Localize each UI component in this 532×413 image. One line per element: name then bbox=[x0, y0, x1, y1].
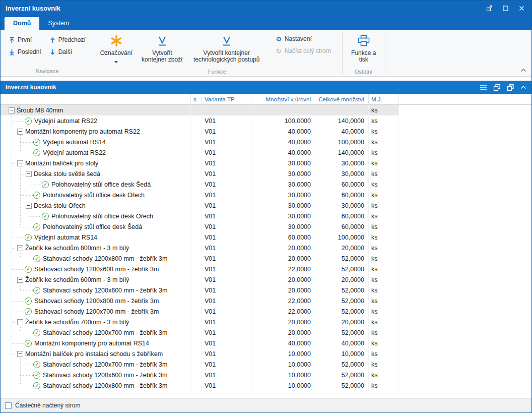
table-row[interactable]: Deska stolu OřechV0130,000030,0000ks bbox=[1, 200, 531, 211]
next-button[interactable]: Další bbox=[46, 46, 89, 57]
table-row[interactable]: Montážní balíček pro instalaci schodu s … bbox=[1, 348, 531, 359]
item-label: Polohovatelný stůl office desk Ořech bbox=[42, 192, 145, 199]
collapse-node-icon[interactable] bbox=[17, 351, 23, 357]
table-row[interactable]: ✓Stahovací schody 1200x800 mm - žebřík 3… bbox=[1, 380, 531, 391]
cell-mj: ks bbox=[369, 306, 399, 317]
table-row[interactable]: Žebřík ke schodům 700mm - 3 m bílýV0120,… bbox=[1, 317, 531, 327]
cell-qty-level: 30,0000 bbox=[252, 221, 315, 232]
collapse-node-icon[interactable] bbox=[26, 203, 32, 209]
table-row[interactable]: ✓Stahovací schody 1200x600 mm - žebřík 3… bbox=[1, 264, 531, 274]
maximize-icon[interactable] bbox=[498, 3, 512, 14]
tree-indent-slot bbox=[8, 221, 16, 232]
cell-blank bbox=[237, 274, 252, 285]
menu-icon[interactable] bbox=[480, 84, 487, 90]
tree-indent-slot bbox=[16, 264, 25, 274]
collapse-node-icon[interactable] bbox=[17, 129, 23, 135]
cell-blank bbox=[237, 348, 252, 359]
column-header-filler bbox=[399, 94, 531, 104]
table-row[interactable]: ✓Montážní komponenty pro automat RS14V01… bbox=[1, 338, 531, 348]
collapse-ribbon-icon[interactable] bbox=[520, 65, 526, 74]
collapse-node-icon[interactable] bbox=[9, 107, 15, 113]
table-row[interactable]: ✓Výdejní automat RS14V0160,0000100,0000k… bbox=[1, 232, 531, 243]
tree-indent-slot bbox=[8, 306, 16, 317]
load-full-tree-label: Načíst celý strom bbox=[285, 47, 331, 54]
previous-button[interactable]: Předchozí bbox=[46, 34, 89, 45]
table-row[interactable]: ✓Stahovací schody 1200x600 mm - žebřík 3… bbox=[1, 285, 531, 296]
first-button[interactable]: První bbox=[6, 34, 44, 45]
table-row[interactable]: Žebřík ke schodům 800mm - 3 m bílýV0120,… bbox=[1, 243, 531, 253]
cell-qty-total: 40,0000 bbox=[315, 126, 369, 137]
cell-mj: ks bbox=[369, 221, 399, 232]
table-row[interactable]: Montážní balíček pro stolyV0130,000030,0… bbox=[1, 158, 531, 168]
tab-system[interactable]: Systém bbox=[39, 17, 78, 30]
cell-tree: ✓Stahovací schody 1200x600 mm - žebřík 3… bbox=[1, 285, 191, 296]
collapse-node-icon[interactable] bbox=[17, 160, 23, 166]
column-header-blank[interactable] bbox=[237, 94, 252, 104]
partial-tree-checkbox[interactable] bbox=[5, 402, 12, 409]
cell-s bbox=[191, 296, 202, 306]
create-tech-container-button[interactable]: Vytvořit kontejner technologických postu… bbox=[188, 32, 265, 69]
cell-qty-level: 10,0000 bbox=[252, 359, 315, 370]
table-row[interactable]: Montážní komponenty pro automat RS22V014… bbox=[1, 126, 531, 137]
last-button[interactable]: Poslední bbox=[6, 46, 44, 57]
table-row[interactable]: ✓Stahovací schody 1200x800 mm - žebřík 3… bbox=[1, 253, 531, 264]
collapse-node-icon[interactable] bbox=[17, 245, 23, 251]
collapse-panel-icon[interactable] bbox=[520, 85, 526, 89]
column-header-qty-total[interactable]: Celkové množství bbox=[315, 94, 369, 104]
settings-label: Nastavení bbox=[285, 35, 312, 42]
table-row[interactable]: ✓Stahovací schody 1200x700 mm - žebřík 3… bbox=[1, 359, 531, 370]
table-row[interactable]: ✓Stahovací schody 1200x600 mm - žebřík 3… bbox=[1, 370, 531, 380]
windows-stack-icon[interactable] bbox=[507, 84, 514, 91]
table-row[interactable]: Deska stolu světle šedáV0130,000030,0000… bbox=[1, 168, 531, 179]
close-icon[interactable] bbox=[514, 3, 528, 14]
table-row[interactable]: ✓Polohovatelný stůl office desk OřechV01… bbox=[1, 211, 531, 221]
cell-qty-level bbox=[252, 105, 315, 115]
column-header-tree[interactable] bbox=[1, 94, 191, 104]
collapse-node-icon[interactable] bbox=[17, 277, 23, 283]
item-label: Montážní komponenty pro automat RS14 bbox=[34, 340, 149, 347]
table-row[interactable]: Žebřík ke schodům 600mm - 3 m bílýV0120,… bbox=[1, 274, 531, 285]
collapse-node-icon[interactable] bbox=[26, 171, 32, 177]
table-row[interactable]: ✓Polohovatelný stůl office desk ŠedáV013… bbox=[1, 221, 531, 232]
column-header-mj[interactable]: M.J. bbox=[369, 94, 399, 104]
table-row[interactable]: ✓Výdejní automat RS14V0140,0000100,0000k… bbox=[1, 137, 531, 147]
cell-tree: Montážní komponenty pro automat RS22 bbox=[1, 126, 191, 137]
table-row[interactable]: ✓Výdejní automat RS22V0140,0000140,0000k… bbox=[1, 147, 531, 158]
partial-tree-label: Částečně načtený strom bbox=[15, 402, 80, 409]
tree-indent-slot bbox=[25, 359, 33, 370]
item-label: Žebřík ke schodům 600mm - 3 m bílý bbox=[25, 276, 129, 283]
cascade-windows-icon[interactable] bbox=[493, 84, 501, 91]
settings-button[interactable]: ⚙ Nastavení bbox=[273, 34, 315, 43]
oznacovani-button[interactable]: Označování bbox=[97, 32, 136, 69]
column-header-s[interactable]: s bbox=[191, 94, 202, 104]
cell-mj: ks bbox=[369, 338, 399, 348]
tree-indent-slot bbox=[16, 221, 25, 232]
tab-domu[interactable]: Domů bbox=[5, 17, 39, 30]
tree-indent-slot bbox=[16, 137, 25, 147]
next-label: Další bbox=[58, 48, 72, 55]
popout-icon[interactable] bbox=[482, 3, 496, 14]
cell-mj: ks bbox=[369, 147, 399, 158]
table-row[interactable]: Šroub M8 40mmks bbox=[1, 105, 531, 115]
collapse-node-icon[interactable] bbox=[17, 319, 23, 325]
column-header-varianta-tp[interactable]: Varianta TP bbox=[202, 94, 237, 104]
create-goods-container-button[interactable]: Vytvořit kontejner zboží bbox=[139, 32, 185, 69]
functions-print-button[interactable]: Funkce a tisk bbox=[347, 32, 380, 69]
gear-icon: ⚙ bbox=[276, 36, 282, 42]
table-row[interactable]: ✓Stahovací schody 1200x700 mm - žebřík 3… bbox=[1, 327, 531, 338]
column-header-qty-level[interactable]: Množství v úrovni bbox=[252, 94, 315, 104]
window-controls bbox=[482, 3, 528, 14]
table-row[interactable]: ✓Polohovatelný stůl office desk OřechV01… bbox=[1, 190, 531, 200]
table-row[interactable]: ✓Výdejní automat RS22V01100,0000140,0000… bbox=[1, 115, 531, 126]
cell-mj: ks bbox=[369, 296, 399, 306]
table-row[interactable]: ✓Polohovatelný stůl office desk ŠedáV013… bbox=[1, 179, 531, 190]
cell-filler bbox=[399, 158, 531, 168]
cell-blank bbox=[237, 338, 252, 348]
cell-qty-total: 60,0000 bbox=[315, 221, 369, 232]
cell-mj: ks bbox=[369, 348, 399, 359]
table-row[interactable]: ✓Stahovací schody 1200x700 mm - žebřík 3… bbox=[1, 306, 531, 317]
cell-qty-level: 10,0000 bbox=[252, 380, 315, 391]
cell-varianta-tp: V01 bbox=[202, 126, 237, 137]
cell-tree: ✓Polohovatelný stůl office desk Šedá bbox=[1, 221, 191, 232]
table-row[interactable]: ✓Stahovací schody 1200x800 mm - žebřík 3… bbox=[1, 296, 531, 306]
